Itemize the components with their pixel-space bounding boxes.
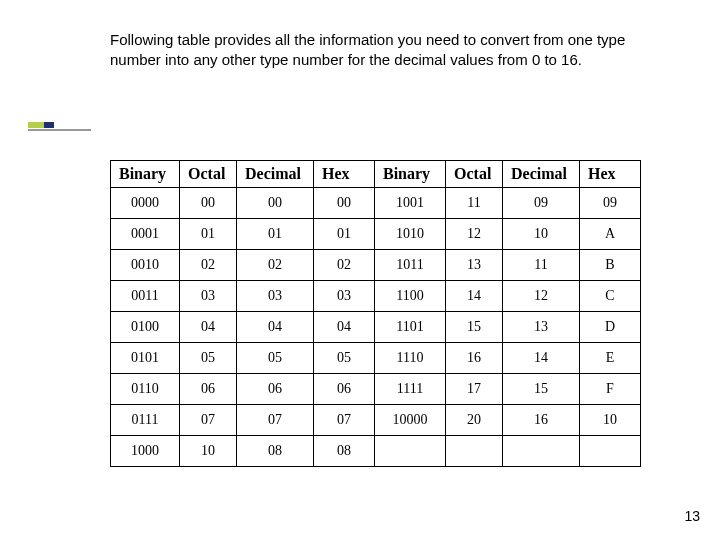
cell (446, 436, 503, 467)
table-row: 00000000001001110909 (111, 188, 641, 219)
cell: 0100 (111, 312, 180, 343)
cell: 11 (446, 188, 503, 219)
col-octal-1: Octal (180, 161, 237, 188)
col-hex-1: Hex (314, 161, 375, 188)
cell: D (580, 312, 641, 343)
cell: 08 (314, 436, 375, 467)
cell: 06 (237, 374, 314, 405)
cell: 02 (237, 250, 314, 281)
cell: 1111 (375, 374, 446, 405)
cell: 0101 (111, 343, 180, 374)
cell: 00 (180, 188, 237, 219)
cell: 1100 (375, 281, 446, 312)
col-hex-2: Hex (580, 161, 641, 188)
cell: 06 (314, 374, 375, 405)
cell: 00 (237, 188, 314, 219)
cell: 05 (314, 343, 375, 374)
cell: 16 (503, 405, 580, 436)
cell: 01 (237, 219, 314, 250)
cell: 09 (580, 188, 641, 219)
cell: 1000 (111, 436, 180, 467)
cell: 1010 (375, 219, 446, 250)
cell: 1011 (375, 250, 446, 281)
cell: 00 (314, 188, 375, 219)
cell: 14 (503, 343, 580, 374)
cell: 15 (446, 312, 503, 343)
page-number: 13 (684, 508, 700, 524)
cell: 11 (503, 250, 580, 281)
cell (375, 436, 446, 467)
intro-text: Following table provides all the informa… (110, 30, 670, 69)
cell: 12 (503, 281, 580, 312)
cell: 07 (314, 405, 375, 436)
cell: 10 (503, 219, 580, 250)
conversion-table: Binary Octal Decimal Hex Binary Octal De… (110, 160, 641, 467)
cell: 13 (446, 250, 503, 281)
cell: 13 (503, 312, 580, 343)
cell (503, 436, 580, 467)
table-row: 1000100808 (111, 436, 641, 467)
cell: 06 (180, 374, 237, 405)
cell: 0110 (111, 374, 180, 405)
cell: 02 (180, 250, 237, 281)
cell: 17 (446, 374, 503, 405)
cell: 12 (446, 219, 503, 250)
cell: 05 (180, 343, 237, 374)
cell: 01 (180, 219, 237, 250)
cell: C (580, 281, 641, 312)
cell: 10 (180, 436, 237, 467)
cell: B (580, 250, 641, 281)
table-body: 00000000001001110909000101010110101210A0… (111, 188, 641, 467)
table-row: 010004040411011513D (111, 312, 641, 343)
cell: 1110 (375, 343, 446, 374)
cell: 09 (503, 188, 580, 219)
table-header-row: Binary Octal Decimal Hex Binary Octal De… (111, 161, 641, 188)
bullet-underline (28, 129, 91, 131)
cell: 05 (237, 343, 314, 374)
cell: 1001 (375, 188, 446, 219)
cell: 04 (237, 312, 314, 343)
cell: 01 (314, 219, 375, 250)
cell: A (580, 219, 641, 250)
table-row: 011006060611111715F (111, 374, 641, 405)
cell: 0111 (111, 405, 180, 436)
cell: 04 (314, 312, 375, 343)
cell: 08 (237, 436, 314, 467)
table-row: 001002020210111311B (111, 250, 641, 281)
cell: 0001 (111, 219, 180, 250)
col-octal-2: Octal (446, 161, 503, 188)
cell: 03 (314, 281, 375, 312)
cell: 10000 (375, 405, 446, 436)
col-decimal-2: Decimal (503, 161, 580, 188)
table-row: 011107070710000201610 (111, 405, 641, 436)
cell: 03 (237, 281, 314, 312)
cell (580, 436, 641, 467)
cell: 15 (503, 374, 580, 405)
cell: 07 (180, 405, 237, 436)
cell: 0010 (111, 250, 180, 281)
cell: 14 (446, 281, 503, 312)
cell: 04 (180, 312, 237, 343)
table-row: 001103030311001412C (111, 281, 641, 312)
col-binary-1: Binary (111, 161, 180, 188)
cell: 0011 (111, 281, 180, 312)
col-binary-2: Binary (375, 161, 446, 188)
cell: 20 (446, 405, 503, 436)
table-row: 000101010110101210A (111, 219, 641, 250)
cell: 07 (237, 405, 314, 436)
cell: 0000 (111, 188, 180, 219)
cell: E (580, 343, 641, 374)
svg-rect-0 (28, 122, 44, 128)
cell: 16 (446, 343, 503, 374)
table-row: 010105050511101614E (111, 343, 641, 374)
col-decimal-1: Decimal (237, 161, 314, 188)
cell: 1101 (375, 312, 446, 343)
cell: 10 (580, 405, 641, 436)
svg-rect-1 (44, 122, 54, 128)
cell: F (580, 374, 641, 405)
cell: 03 (180, 281, 237, 312)
cell: 02 (314, 250, 375, 281)
